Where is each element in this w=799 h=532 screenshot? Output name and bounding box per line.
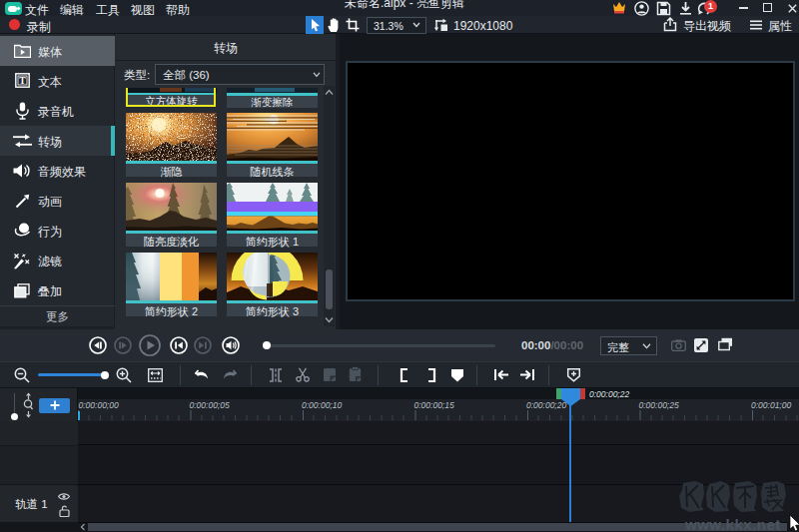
svg-text:0:00:00;25: 0:00:00;25: [639, 400, 679, 410]
svg-text:0:00:00;00: 0:00:00;00: [79, 400, 119, 410]
svg-text:T: T: [19, 76, 26, 86]
svg-text:0:00:00;05: 0:00:00;05: [190, 400, 230, 410]
svg-text:0:00:00;15: 0:00:00;15: [414, 400, 454, 410]
svg-text:0:00:00;10: 0:00:00;10: [302, 400, 342, 410]
svg-text:0:00:01;00: 0:00:01;00: [751, 400, 791, 410]
